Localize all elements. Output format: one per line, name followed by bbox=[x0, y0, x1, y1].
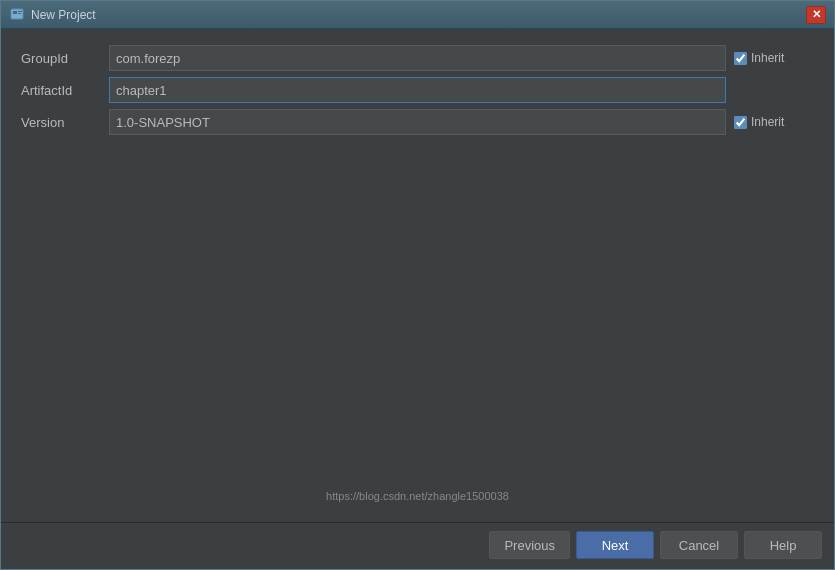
version-inherit-label: Inherit bbox=[751, 115, 784, 129]
form-grid: GroupId Inherit ArtifactId Version Inher… bbox=[21, 45, 814, 135]
next-button[interactable]: Next bbox=[576, 531, 654, 559]
groupid-input[interactable] bbox=[109, 45, 726, 71]
close-button[interactable]: ✕ bbox=[806, 6, 826, 24]
dialog-title: New Project bbox=[31, 8, 806, 22]
version-input[interactable] bbox=[109, 109, 726, 135]
version-label: Version bbox=[21, 115, 101, 130]
artifactid-input[interactable] bbox=[109, 77, 726, 103]
version-inherit-checkbox[interactable] bbox=[734, 116, 747, 129]
button-bar: Previous Next Cancel Help bbox=[1, 522, 834, 569]
empty-area bbox=[21, 135, 814, 488]
title-bar: New Project ✕ bbox=[1, 1, 834, 29]
groupid-inherit-label: Inherit bbox=[751, 51, 784, 65]
groupid-inherit-wrap: Inherit bbox=[734, 51, 814, 65]
artifactid-label: ArtifactId bbox=[21, 83, 101, 98]
svg-rect-1 bbox=[13, 11, 17, 14]
help-button[interactable]: Help bbox=[744, 531, 822, 559]
groupid-label: GroupId bbox=[21, 51, 101, 66]
dialog-icon bbox=[9, 7, 25, 23]
dialog-content: GroupId Inherit ArtifactId Version Inher… bbox=[1, 29, 834, 522]
cancel-button[interactable]: Cancel bbox=[660, 531, 738, 559]
new-project-dialog: New Project ✕ GroupId Inherit ArtifactId… bbox=[0, 0, 835, 570]
version-inherit-wrap: Inherit bbox=[734, 115, 814, 129]
svg-rect-2 bbox=[18, 11, 22, 12]
groupid-inherit-checkbox[interactable] bbox=[734, 52, 747, 65]
watermark: https://blog.csdn.net/zhangle1500038 bbox=[21, 488, 814, 506]
previous-button[interactable]: Previous bbox=[489, 531, 570, 559]
svg-rect-3 bbox=[18, 13, 21, 14]
